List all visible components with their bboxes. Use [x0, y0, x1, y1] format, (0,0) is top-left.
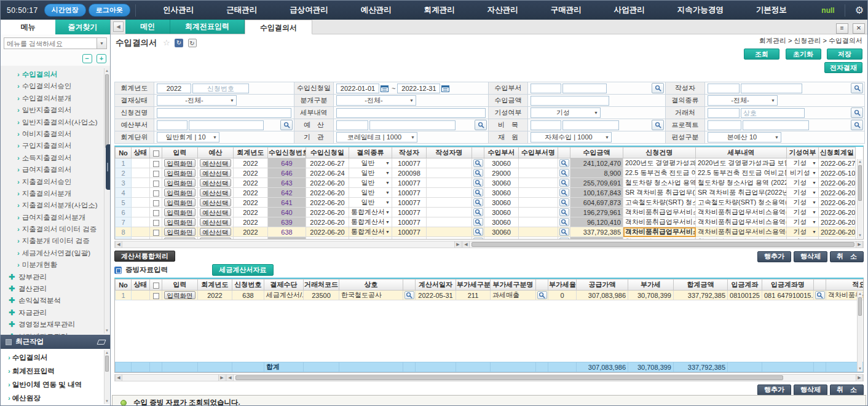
grid1-budget_btn[interactable]: 예산선택 — [200, 189, 231, 197]
filter-input[interactable] — [708, 108, 740, 118]
sidebar-tab-favorites[interactable]: 즐겨찾기 — [55, 20, 110, 34]
grid1-cell-reqno[interactable]: 643 — [268, 178, 306, 188]
grid1-row[interactable]: 9입력화면예산선택20226362022-06-20일반▼10007730060… — [116, 237, 856, 240]
search-icon[interactable] — [473, 159, 483, 167]
invoice-merge-button[interactable]: 계산서통합처리 — [114, 251, 175, 262]
grid1-cell-writer_name[interactable] — [427, 188, 472, 198]
grid1-cell-fy[interactable]: 2022 — [234, 217, 268, 227]
search-button[interactable]: 조회 — [744, 49, 779, 60]
grid1-cell-acctdate[interactable]: 2022-06-20 — [819, 227, 856, 237]
grid1-cell-acctdate[interactable]: 2022-06-20 — [819, 208, 856, 217]
grid1-cell-no[interactable]: 6 — [116, 208, 132, 217]
grid1-row[interactable]: 3입력화면예산선택20226432022-06-20일반▼10007730060… — [116, 178, 856, 188]
top-menu-item[interactable]: 사업관리 — [614, 5, 645, 15]
grid1-cell-writer_name[interactable] — [427, 158, 472, 168]
grid1-cell-fy[interactable]: 2022 — [234, 237, 268, 240]
grid1-cell-writer_name[interactable] — [427, 237, 472, 240]
sidebar-item[interactable]: ›지출결의서분개(사업소) — [1, 200, 110, 211]
filter-select[interactable]: -전체-▼ — [708, 95, 778, 106]
grid2-cell-fy[interactable]: 2022 — [198, 291, 232, 300]
grid1-cell-acctdate[interactable]: 2022-06-27 — [819, 158, 856, 168]
filter-select[interactable]: -전체-▼ — [336, 95, 416, 106]
grid1-cell-writer_name[interactable] — [427, 178, 472, 188]
grid1-cell-input_btn[interactable]: 입력화면 — [162, 217, 198, 227]
grid1-cell-gisung[interactable]: 기성▼ — [787, 237, 819, 240]
grid1-row[interactable]: 8입력화면예산선택20226382022-06-20통합계산서▼10007730… — [116, 227, 856, 237]
grid1-col-detail[interactable]: 세부내역 — [696, 147, 787, 158]
grid1-cell-chk[interactable] — [150, 188, 162, 198]
grid1-cell-decide[interactable]: 통합계산서▼ — [349, 217, 392, 227]
select-all-checkbox[interactable] — [153, 283, 159, 289]
grid1-cell-input_btn[interactable]: 입력화면 — [162, 208, 198, 217]
grid1-cell-fy[interactable]: 2022 — [234, 227, 268, 237]
row-checkbox[interactable] — [153, 210, 159, 216]
grid1-cell-budget_btn[interactable]: 예산선택 — [198, 198, 234, 208]
grid1-cell-status[interactable] — [132, 227, 150, 237]
grid1-cell-amount[interactable]: 196,279,961 — [570, 208, 623, 217]
tab-scroll-left-button[interactable]: ◀ — [113, 21, 124, 32]
tax-invoice-tab[interactable]: 세금계산서자료 — [212, 264, 274, 276]
grid1-cell-amount[interactable]: 5,499,026,814 — [570, 237, 623, 240]
sidebar-item[interactable]: ›지출결의서분개 — [1, 188, 110, 200]
search-icon[interactable] — [473, 189, 483, 197]
grid2-col-chk[interactable] — [150, 279, 162, 291]
grid1-cell-status[interactable] — [132, 188, 150, 198]
grid1-input_btn[interactable]: 입력화면 — [164, 238, 195, 240]
grid2-col-vatcode[interactable]: 부가세구분 — [456, 279, 491, 291]
grid1-cell-fy[interactable]: 2022 — [234, 198, 268, 208]
grid2-col-mag3[interactable] — [814, 279, 826, 291]
grid1-budget_btn[interactable]: 예산선택 — [200, 238, 231, 240]
grid2-col-mag1[interactable] — [403, 279, 416, 291]
grid1-cell-decide[interactable]: 통합계산서▼ — [349, 208, 392, 217]
grid1-cell-acctdate[interactable]: 2022-06-20 — [819, 198, 856, 208]
sidebar-collapse-handle[interactable] — [106, 144, 110, 190]
grid1-cell-acctdate[interactable]: 2022-06-20 — [819, 237, 856, 240]
grid1-cell-writer[interactable]: 100077 — [392, 208, 427, 217]
grid1-cell-writer[interactable]: 100077 — [392, 227, 427, 237]
grid1-cell-title[interactable]: 객차비품취급업무서비스용역 — [623, 227, 696, 237]
grid1-cell-dept_name[interactable] — [519, 168, 558, 178]
grid1-cell-budget_btn[interactable]: 예산선택 — [198, 158, 234, 168]
grid2-col-mag2[interactable] — [536, 279, 548, 291]
grid1-cell-reqdate[interactable]: 2022-06-20 — [306, 237, 349, 240]
grid1-cell-no[interactable]: 1 — [116, 158, 132, 168]
grid2-col-memo[interactable]: 적요 — [826, 279, 864, 291]
filter-input[interactable] — [397, 84, 440, 93]
grid1-cell-no[interactable]: 3 — [116, 178, 132, 188]
filter-input[interactable] — [336, 108, 486, 118]
search-icon[interactable] — [851, 107, 863, 118]
new-window-icon[interactable]: ↻ — [188, 39, 197, 47]
grid2-cell-chk[interactable] — [150, 291, 162, 300]
grid1-cell-detail[interactable]: 22.5 동부건축 전도금 여비교통비 수입결의(착... — [696, 168, 787, 178]
grid1-col-writer[interactable]: 작성자 — [392, 147, 427, 158]
grid1-cell-writer[interactable]: 100077 — [392, 188, 427, 198]
calendar-icon[interactable] — [381, 85, 389, 92]
grid1-cell-title[interactable]: SR 객차비품 취급업무(202... — [623, 188, 696, 198]
grid1-cell-decide[interactable]: 일반▼ — [349, 188, 392, 198]
grid1-row[interactable]: 7입력화면예산선택20226392022-06-20통합계산서▼10007730… — [116, 217, 856, 227]
tab-list-button[interactable]: ≡ — [836, 23, 848, 34]
grid1-cell-dept[interactable]: 30060 — [484, 208, 519, 217]
top-menu-item[interactable]: 예산관리 — [361, 5, 392, 15]
grid1-cell-chk[interactable] — [150, 168, 162, 178]
grid1-cell-budget_btn[interactable]: 예산선택 — [198, 237, 234, 240]
grid1-cell-detail[interactable]: 객차비품취급업무서비스용역(2022년5월) 기성 — [696, 208, 787, 217]
grid1-cell-gisung[interactable]: 기성▼ — [787, 158, 819, 168]
grid1-cell-input_btn[interactable]: 입력화면 — [162, 158, 198, 168]
grid1-cell-mag1[interactable] — [472, 237, 484, 240]
filter-input[interactable] — [562, 120, 619, 130]
grid1-cell-budget_btn[interactable]: 예산선택 — [198, 178, 234, 188]
grid1-cell-title[interactable]: 철도차량 청소사업 용역 (2... — [623, 237, 696, 240]
grid1-input_btn[interactable]: 입력화면 — [164, 179, 195, 187]
sidebar-item[interactable]: ✚장부관리 — [1, 271, 110, 283]
tab-main[interactable]: 메인 — [125, 20, 170, 34]
grid1-cell-dept_name[interactable] — [519, 227, 558, 237]
grid1-col-dept[interactable]: 수입부서 — [484, 147, 519, 158]
grid1-cell-writer_name[interactable] — [427, 168, 472, 178]
grid1-cell-budget_btn[interactable]: 예산선택 — [198, 227, 234, 237]
grid1-cell-status[interactable] — [132, 168, 150, 178]
grid1-cell-writer_name[interactable] — [427, 217, 472, 227]
sidebar-item[interactable]: ›미분개현황 — [1, 259, 110, 271]
grid1-cell-detail[interactable]: 철도차량 청소사업 용역 (2022년 5월) 기성 — [696, 237, 787, 240]
row-checkbox[interactable] — [153, 190, 159, 197]
